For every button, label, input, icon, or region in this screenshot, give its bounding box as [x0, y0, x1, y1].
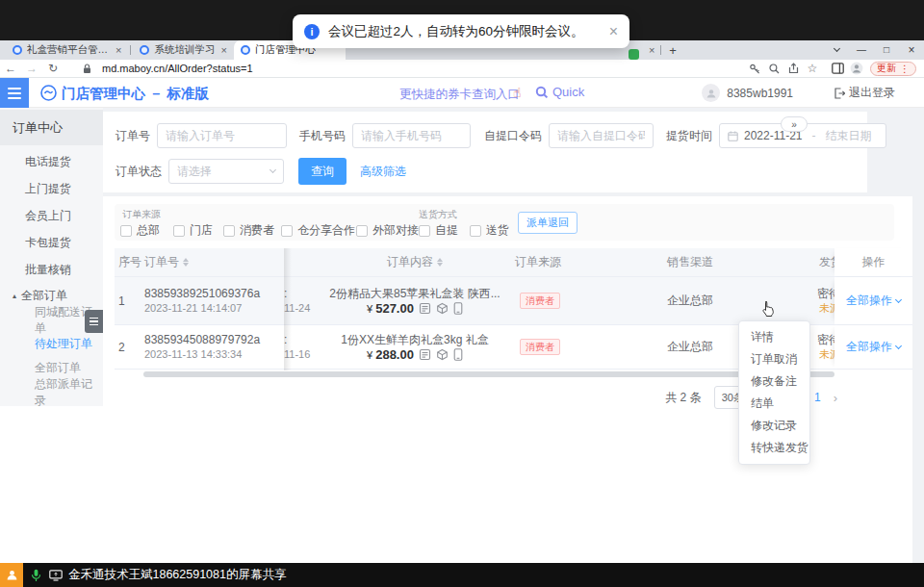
checkbox-store[interactable]: 门店 — [173, 222, 213, 239]
order-status-select[interactable]: 请选择 — [168, 159, 284, 184]
quick-search-link[interactable]: Quick — [535, 85, 584, 99]
menu-item-cancel-order[interactable]: 订单取消 — [739, 348, 809, 370]
url-text[interactable]: md.maboy.cn/AllOrder?status=1 — [102, 63, 253, 74]
collapse-panel-button[interactable]: » — [781, 116, 808, 132]
delivery-method-label: 送货方式 — [419, 208, 457, 221]
tab-close-icon[interactable]: × — [220, 44, 226, 56]
sidebar: 订单中心 电话提货 上门提货 会员上门 卡包提货 批量核销 ▴ 全部订单 同城配… — [0, 108, 103, 563]
restore-button[interactable]: □ — [874, 40, 899, 60]
profile-avatar-icon[interactable] — [847, 61, 866, 76]
checkbox-warehouse-share[interactable]: 仓分享合作 — [281, 222, 355, 239]
browser-tab-2[interactable]: 系统培训学习 × — [133, 40, 233, 60]
menu-item-express-ship[interactable]: 转快递发货 — [739, 437, 809, 459]
sidebar-item-member-visit[interactable]: 会员上门 — [0, 202, 103, 229]
header-action: 操作 — [834, 248, 912, 276]
range-separator: - — [812, 129, 816, 142]
source-filter-box: 订单来源 总部 门店 消费者 仓分享合作 外部对接 送货方式 自提 送货 派单退… — [115, 204, 894, 241]
sidebar-item-phone-pickup[interactable]: 电话提货 — [0, 148, 103, 175]
advanced-filter-link[interactable]: 高级筛选 — [360, 164, 406, 180]
browser-menu-icon[interactable]: ⋮ — [900, 64, 910, 74]
header-content[interactable]: 订单内容 — [321, 248, 509, 276]
back-icon[interactable]: ← — [0, 62, 21, 75]
all-actions-link[interactable]: 全部操作 — [834, 339, 912, 355]
coupon-query-link[interactable]: 更快捷的券卡查询入口 — [399, 87, 520, 103]
cell-action: 全部操作 — [834, 277, 912, 324]
phone-input[interactable] — [352, 123, 471, 148]
new-tab-button[interactable]: + — [669, 43, 677, 58]
sidebar-item-card-pickup[interactable]: 卡包提货 — [0, 229, 103, 256]
checkbox-icon — [281, 225, 293, 237]
cell-clipped-date: : 11-24 — [284, 277, 321, 324]
next-page-button[interactable]: › — [834, 391, 837, 405]
menu-item-close-order[interactable]: 结单 — [739, 393, 809, 415]
app-logo-icon — [40, 85, 57, 105]
pointing-hand-icon: ☝ — [513, 85, 522, 100]
cell-order-content: 1份XX生鲜羊肉礼盒3kg 礼盒 ¥ 288.00 — [321, 325, 509, 369]
order-no-input[interactable] — [157, 123, 287, 148]
toast-close-icon[interactable]: × — [609, 24, 618, 39]
side-panel-icon[interactable] — [828, 61, 847, 76]
end-date-placeholder[interactable]: 结束日期 — [826, 128, 872, 144]
share-icon[interactable] — [783, 61, 803, 76]
checkbox-consumer[interactable]: 消费者 — [223, 222, 274, 239]
cell-action: 全部操作 — [834, 325, 912, 369]
chevron-down-icon — [270, 166, 276, 173]
cell-index: 1 — [115, 277, 144, 324]
logout-icon — [834, 88, 845, 99]
password-key-icon[interactable] — [745, 61, 764, 76]
checkbox-self-pickup[interactable]: 自提 — [419, 222, 458, 239]
user-avatar[interactable] — [702, 84, 720, 102]
tab-separator — [660, 45, 661, 55]
tab-favicon — [140, 45, 149, 55]
current-page[interactable]: 1 — [814, 391, 821, 404]
menu-item-edit-history[interactable]: 修改记录 — [739, 415, 809, 437]
reload-icon[interactable]: ↻ — [42, 62, 64, 75]
sidebar-item-door-pickup[interactable]: 上门提货 — [0, 175, 103, 202]
logout-button[interactable]: 退出登录 — [834, 85, 895, 101]
minimize-button[interactable]: — — [849, 40, 874, 60]
all-actions-link[interactable]: 全部操作 — [834, 293, 912, 309]
pickup-code-input[interactable] — [549, 123, 654, 148]
menu-item-details[interactable]: 详情 — [739, 326, 809, 348]
checkbox-hq[interactable]: 总部 — [120, 222, 160, 239]
browser-update-button[interactable]: 更新 ⋮ — [870, 62, 916, 76]
tab-search-icon[interactable] — [824, 40, 849, 60]
dispatch-return-button[interactable]: 派单退回 — [518, 212, 578, 234]
order-no-label: 订单号 — [116, 128, 150, 144]
bookmark-star-icon[interactable]: ☆ — [803, 61, 822, 76]
tab-favicon — [241, 45, 250, 55]
sort-icons — [437, 258, 443, 267]
browser-tab-1[interactable]: 礼盒营销平台管理中心 × — [6, 40, 128, 60]
pagination: 共 2 条 30条/页 ‹ 1 › — [115, 385, 837, 410]
tab-separator — [130, 45, 131, 55]
close-window-button[interactable]: × — [899, 40, 924, 60]
cell-order-content: 2份精品大果85苹果礼盒装 陕西... ¥ 527.00 — [321, 277, 509, 324]
microphone-icon — [31, 569, 41, 582]
app-header: 门店管理中心 － 标准版 更快捷的券卡查询入口 ☝ Quick 8385wb19… — [0, 78, 924, 108]
share-bar-text: 金禾通技术王斌18662591081的屏幕共享 — [68, 567, 286, 583]
scrollbar-thumb[interactable] — [143, 371, 834, 377]
hamburger-menu-button[interactable] — [0, 78, 29, 108]
tab-close-icon[interactable]: × — [649, 44, 654, 56]
menu-item-edit-remark[interactable]: 修改备注 — [739, 370, 809, 393]
drawer-handle[interactable] — [85, 310, 103, 333]
search-button[interactable]: 查询 — [298, 158, 346, 185]
checkbox-delivery[interactable]: 送货 — [470, 222, 509, 239]
header-order-no[interactable]: 订单号 — [144, 248, 284, 276]
sidebar-item-batch-verify[interactable]: 批量核销 — [0, 256, 103, 283]
sidebar-item-pending-orders[interactable]: 待处理订单 — [0, 332, 103, 356]
checkbox-icon — [470, 225, 481, 237]
browser-tab-partial[interactable]: × — [639, 40, 658, 60]
lock-icon[interactable] — [77, 61, 96, 76]
forward-icon[interactable]: → — [21, 62, 42, 75]
header-shipping: 发货 — [783, 248, 834, 276]
window-controls: — □ × — [824, 40, 924, 60]
consumer-badge: 消费者 — [520, 339, 560, 355]
meeting-toast: i 会议已超过2人，自动转为60分钟限时会议。 × — [293, 14, 629, 48]
chevron-down-icon — [895, 295, 902, 302]
checkbox-external[interactable]: 外部对接 — [356, 222, 419, 239]
zoom-icon[interactable] — [764, 61, 783, 76]
tab-close-icon[interactable]: × — [116, 44, 121, 56]
table-header-row: 序号 订单号 订单内容 订单来源 销售渠道 发货 操作 — [115, 248, 912, 277]
sidebar-item-hq-dispatch-log[interactable]: 总部派单记录 — [0, 380, 103, 404]
